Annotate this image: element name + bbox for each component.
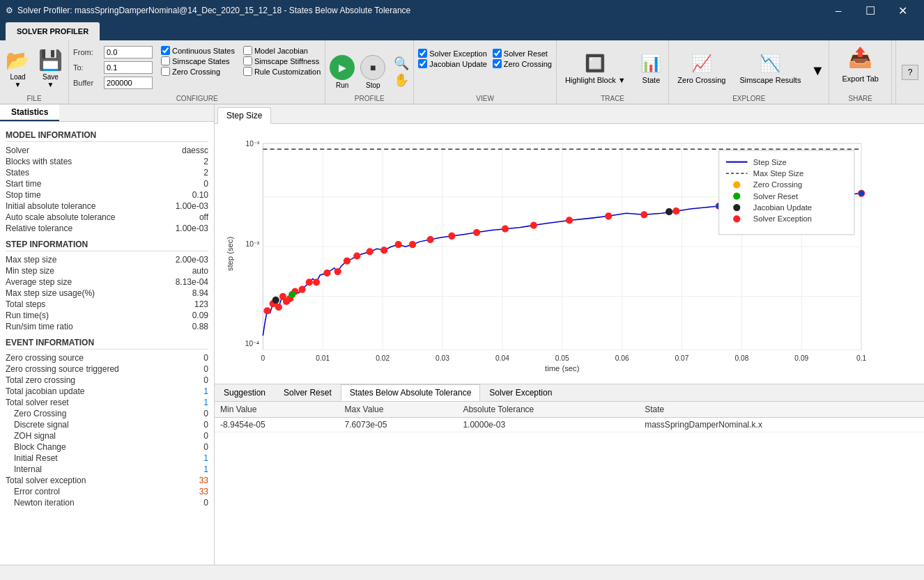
- svg-text:0.02: 0.02: [376, 354, 390, 362]
- ribbon-group-view: Solver Exception Jacobian Update Solver …: [414, 40, 557, 104]
- window-title: Solver Profiler: massSpringDamperNominal…: [17, 6, 822, 15]
- load-button[interactable]: 📂: [4, 47, 31, 73]
- configure-group-label: CONFIGURE: [176, 95, 218, 104]
- svg-text:Max Step Size: Max Step Size: [753, 169, 803, 178]
- solver-reset-tab[interactable]: Solver Reset: [275, 384, 341, 401]
- cb-simscape-stiff[interactable]: Simscape Stiffness: [243, 56, 321, 65]
- table-row[interactable]: -8.9454e-05 7.6073e-05 1.0000e-03 massSp…: [215, 418, 924, 432]
- y-axis-label: step (sec): [226, 237, 234, 272]
- solver-exception-tab[interactable]: Solver Exception: [480, 384, 561, 401]
- highlight-block-button[interactable]: Highlight Block ▼: [561, 73, 630, 87]
- ribbon-tab-strip: SOLVER PROFILER: [0, 21, 924, 40]
- cb-solver-reset[interactable]: Solver Reset: [493, 49, 552, 58]
- minimize-button[interactable]: ‒: [822, 0, 854, 21]
- stat-discrete-signal: Discrete signal 0: [6, 419, 208, 430]
- svg-text:0.06: 0.06: [615, 354, 629, 362]
- svg-point-58: [672, 207, 679, 214]
- state-button[interactable]: State: [638, 73, 665, 87]
- svg-text:0.07: 0.07: [675, 354, 689, 362]
- cb-simscape-states[interactable]: Simscape States: [161, 56, 235, 65]
- svg-point-55: [566, 217, 573, 224]
- svg-text:10⁻⁴: 10⁻⁴: [245, 340, 259, 347]
- simscape-results-button[interactable]: Simscape Results: [735, 73, 805, 87]
- col-state: State: [639, 402, 924, 418]
- svg-point-32: [263, 307, 270, 314]
- cb-zero-crossing-view[interactable]: Zero Crossing: [493, 59, 552, 68]
- svg-text:10⁻³: 10⁻³: [245, 140, 259, 148]
- close-button[interactable]: ✕: [886, 0, 918, 21]
- zero-crossing-explore-button[interactable]: Zero Crossing: [673, 73, 730, 87]
- from-input[interactable]: [104, 46, 153, 58]
- ribbon-group-file: 📂 Load ▼ 💾 Save ▼ FILE: [0, 40, 69, 104]
- title-bar: ⚙ Solver Profiler: massSpringDamperNomin…: [0, 0, 924, 21]
- stat-error-control: Error control 33: [6, 486, 208, 497]
- cb-jacobian-update[interactable]: Jacobian Update: [418, 59, 487, 68]
- stat-avg-step: Average step size 8.13e-04: [6, 276, 208, 288]
- stat-internal: Internal 1: [6, 464, 208, 475]
- chart-area: step (sec): [215, 124, 924, 384]
- svg-point-43: [334, 268, 341, 275]
- svg-point-54: [530, 221, 537, 228]
- left-panel: Statistics MODEL INFORMATION Solver daes…: [0, 104, 215, 565]
- svg-text:0.09: 0.09: [794, 354, 808, 362]
- buffer-input[interactable]: [104, 77, 153, 89]
- svg-point-49: [409, 241, 416, 248]
- svg-point-64: [272, 297, 279, 304]
- svg-text:0: 0: [261, 354, 265, 362]
- svg-point-40: [306, 279, 313, 285]
- stat-initial-reset: Initial Reset 1: [6, 453, 208, 464]
- stat-min-step: Min step size auto: [6, 265, 208, 276]
- help-button[interactable]: ?: [902, 65, 918, 80]
- cb-zero-crossing-config[interactable]: Zero Crossing: [161, 67, 235, 76]
- step-info-title: STEP INFORMATION: [6, 240, 208, 251]
- export-tab-button[interactable]: Export Tab: [838, 72, 883, 86]
- cb-rule[interactable]: Rule Customization: [243, 67, 321, 76]
- svg-text:Step Size: Step Size: [753, 158, 787, 166]
- run-button[interactable]: ▶: [330, 55, 355, 80]
- svg-point-53: [502, 226, 509, 233]
- svg-point-50: [427, 236, 434, 243]
- stat-newton-iter: Newton iteration 0: [6, 497, 208, 508]
- to-input[interactable]: [104, 61, 153, 74]
- svg-point-83: [733, 204, 740, 211]
- svg-point-42: [323, 269, 330, 276]
- col-max-value: Max Value: [339, 402, 458, 418]
- stat-solver: Solver daessc: [6, 145, 208, 156]
- save-label: Save: [43, 73, 59, 81]
- stop-button[interactable]: ■: [360, 55, 385, 80]
- svg-text:0.01: 0.01: [316, 354, 330, 362]
- stat-zc-reset: Zero Crossing 0: [6, 408, 208, 419]
- stat-total-jacobian: Total jacobian update 1: [6, 386, 208, 397]
- maximize-button[interactable]: ☐: [854, 0, 886, 21]
- svg-text:Solver Reset: Solver Reset: [753, 192, 799, 201]
- buffer-label: Buffer: [73, 79, 101, 87]
- cb-continuous-states[interactable]: Continuous States: [161, 46, 235, 55]
- stat-init-abs-tol: Initial absolute tolerance 1.00e-03: [6, 201, 208, 212]
- zoom-icon[interactable]: 🔍: [394, 56, 409, 71]
- statistics-tab[interactable]: Statistics: [0, 104, 59, 121]
- suggestion-tab[interactable]: Suggestion: [215, 384, 275, 401]
- save-button[interactable]: 💾: [37, 47, 64, 73]
- step-size-chart: step (sec): [220, 130, 918, 378]
- svg-point-48: [395, 241, 402, 248]
- explore-group-label: EXPLORE: [732, 95, 765, 104]
- step-size-tab[interactable]: Step Size: [217, 107, 271, 124]
- svg-point-57: [640, 211, 647, 218]
- svg-point-46: [367, 248, 374, 255]
- ribbon-group-explore: 📈 Zero Crossing 📉 Simscape Results ▼ EXP…: [669, 40, 829, 104]
- stat-start-time: Start time 0: [6, 178, 208, 189]
- cb-solver-exception-view[interactable]: Solver Exception: [418, 49, 487, 58]
- svg-point-45: [353, 252, 360, 259]
- pan-icon[interactable]: ✋: [394, 72, 409, 88]
- cb-model-jacobian[interactable]: Model Jacobian: [243, 46, 321, 55]
- bottom-tab-strip: Suggestion Solver Reset States Below Abs…: [215, 384, 924, 402]
- svg-point-79: [733, 181, 740, 188]
- explore-more-button[interactable]: ▼: [810, 63, 824, 79]
- states-below-abs-tol-tab[interactable]: States Below Absolute Tolerance: [341, 384, 481, 401]
- svg-text:time (sec): time (sec): [545, 364, 580, 373]
- ribbon-tab-solver-profiler[interactable]: SOLVER PROFILER: [6, 22, 100, 40]
- states-table: Min Value Max Value Absolute Tolerance S…: [215, 402, 924, 432]
- run-label: Run: [336, 81, 348, 89]
- ribbon-group-trace: 🔲 Highlight Block ▼ 📊 State TRACE: [557, 40, 669, 104]
- svg-point-44: [344, 258, 351, 265]
